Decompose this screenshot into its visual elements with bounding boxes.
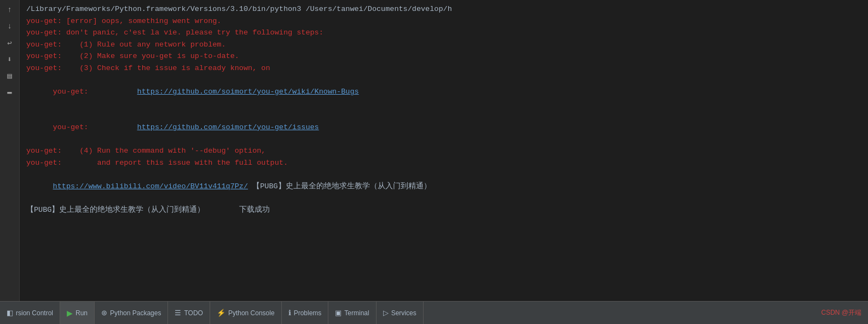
wrap-icon[interactable]: ↩ [2,35,18,50]
version-control-icon: ◧ [7,309,13,317]
terminal-line-path: /Library/Frameworks/Python.framework/Ver… [26,3,861,15]
toolbar-problems[interactable]: ℹ Problems [282,302,329,324]
terminal-line-link1: you-get: https://github.com/soimort/you-… [26,74,861,110]
toolbar-version-control[interactable]: ◧ rsion Control [0,302,60,324]
terminal-line-step3: you-get: (3) Check if the issue is alrea… [26,62,861,74]
link1-prefix: you-get: [53,88,137,96]
csdn-badge[interactable]: CSDN @开端 [814,302,868,324]
problems-icon: ℹ [288,309,291,317]
up-arrow-icon[interactable]: ↑ [2,2,18,18]
toolbar-run[interactable]: ▶ Run [60,302,95,324]
down-arrow-icon[interactable]: ↓ [2,19,18,34]
download-icon[interactable]: ⬇ [2,51,18,67]
terminal-line-link2: you-get: https://github.com/soimort/you-… [26,109,861,145]
link2-prefix: you-get: [53,123,137,131]
terminal-output: /Library/Frameworks/Python.framework/Ver… [20,0,868,301]
toolbar-todo[interactable]: ☰ TODO [168,302,210,324]
toolbar-terminal[interactable]: ▣ Terminal [328,302,376,324]
terminal-area: ↑ ↓ ↩ ⬇ ▤ ▬ /Library/Frameworks/Python.f… [0,0,868,301]
csdn-label: CSDN @开端 [821,308,861,317]
toolbar-python-packages[interactable]: ⊛ Python Packages [95,302,168,324]
run-icon: ▶ [67,309,73,317]
todo-icon: ☰ [175,309,181,317]
terminal-line-step2: you-get: (2) Make sure you-get is up-to-… [26,50,861,62]
services-icon: ▷ [383,309,389,317]
terminal-line-success1: https://www.bilibili.com/video/BV11v411q… [26,169,861,204]
toolbar-python-console[interactable]: ⚡ Python Console [210,302,282,324]
issues-link[interactable]: https://github.com/soimort/you-get/issue… [137,123,319,131]
terminal-line-step4: you-get: (4) Run the command with '--deb… [26,145,861,157]
terminal-icon: ▣ [335,309,342,317]
left-sidebar: ↑ ↓ ↩ ⬇ ▤ ▬ [0,0,20,301]
terminal-line-error1: you-get: [error] oops, something went wr… [26,15,861,27]
python-console-icon: ⚡ [217,309,225,317]
problems-label: Problems [294,309,322,317]
run-label: Run [76,309,88,317]
terminal-line-success2: 【PUBG】史上最全的绝地求生教学（从入门到精通） 下载成功 [26,204,861,216]
terminal-label: Terminal [344,309,369,317]
terminal-line-step5: you-get: and report this issue with the … [26,157,861,169]
delete-icon[interactable]: ▬ [2,84,18,100]
terminal-line-info1: you-get: don't panic, c'est la vie. plea… [26,27,861,39]
version-control-label: rsion Control [16,309,53,317]
success-suffix: 【PUBG】史上最全的绝地求生教学（从入门到精通） [248,182,431,190]
python-console-label: Python Console [228,309,275,317]
terminal-line-step1: you-get: (1) Rule out any network proble… [26,39,861,51]
known-bugs-link[interactable]: https://github.com/soimort/you-get/wiki/… [137,88,359,96]
todo-label: TODO [184,309,202,317]
print-icon[interactable]: ▤ [2,68,18,83]
toolbar-services[interactable]: ▷ Services [377,302,424,324]
python-packages-label: Python Packages [110,309,161,317]
services-label: Services [391,309,416,317]
bottom-toolbar: ◧ rsion Control ▶ Run ⊛ Python Packages … [0,301,868,324]
python-packages-icon: ⊛ [101,309,107,317]
bilibili-link[interactable]: https://www.bilibili.com/video/BV11v411q… [53,182,248,190]
